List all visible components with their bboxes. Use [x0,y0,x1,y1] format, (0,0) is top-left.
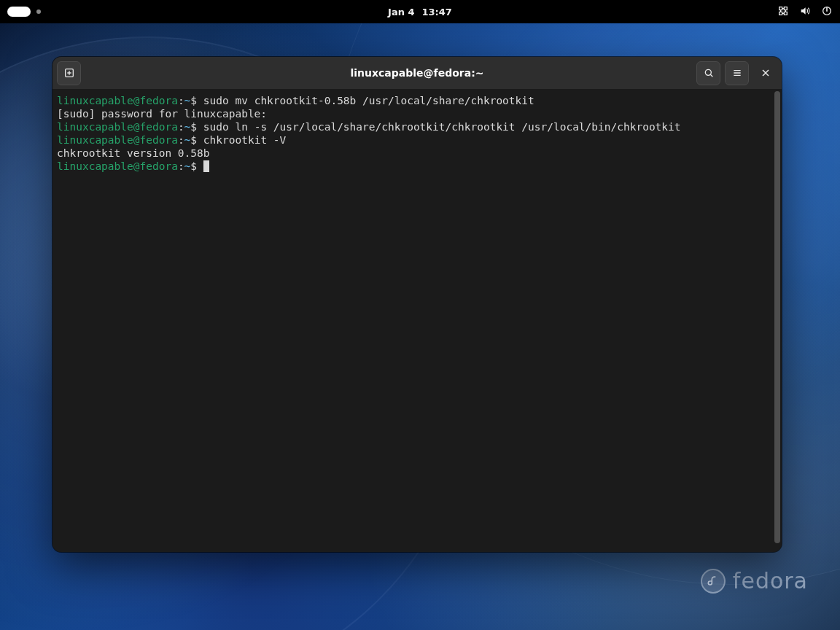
menu-button[interactable] [725,61,749,85]
terminal-titlebar[interactable]: linuxcapable@fedora:~ [52,57,782,90]
gnome-topbar: Jan 4 13:47 [0,0,840,23]
activities-pill-icon [7,7,31,17]
volume-icon [799,5,811,19]
clock-area[interactable]: Jan 4 13:47 [388,7,452,18]
terminal-content[interactable]: linuxcapable@fedora:~$ sudo mv chkrootki… [52,90,773,552]
svg-point-2 [705,69,711,75]
topbar-time: 13:47 [422,7,452,18]
topbar-date: Jan 4 [388,7,414,18]
network-icon [777,5,789,19]
workspace-dot-icon [36,9,41,14]
fedora-watermark-text: fedora [733,568,808,594]
close-button[interactable] [753,61,777,85]
search-button[interactable] [696,61,720,85]
terminal-viewport[interactable]: linuxcapable@fedora:~$ sudo mv chkrootki… [52,90,782,552]
new-tab-button[interactable] [57,61,81,85]
window-title: linuxcapable@fedora:~ [52,67,782,79]
terminal-scrollbar[interactable] [773,90,782,552]
fedora-logo-icon [701,569,726,594]
power-icon [821,5,833,19]
terminal-window: linuxcapable@fedora:~ linuxcapable@fedor… [52,57,782,552]
scrollbar-thumb[interactable] [774,91,780,543]
activities-area[interactable] [7,7,41,17]
fedora-watermark: fedora [701,568,808,594]
system-tray[interactable] [777,5,833,19]
